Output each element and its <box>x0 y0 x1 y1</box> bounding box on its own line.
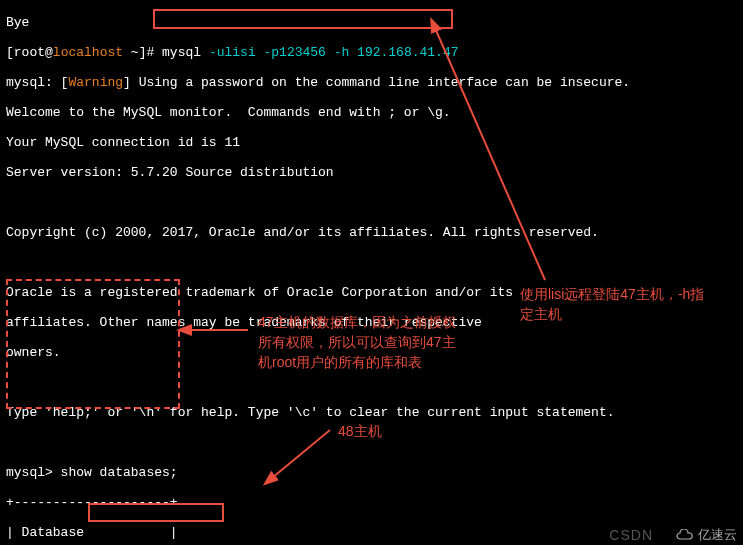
line-copyright: Copyright (c) 2000, 2017, Oracle and/or … <box>6 225 737 240</box>
line-warning: mysql: [Warning] Using a password on the… <box>6 75 737 90</box>
blank <box>6 375 737 390</box>
watermark-text: 亿速云 <box>698 527 737 542</box>
text: mysql: [ <box>6 75 68 90</box>
text: ] Using a password on the command line i… <box>123 75 630 90</box>
warning-label: Warning <box>68 75 123 90</box>
watermark-csdn: CSDN <box>609 528 653 543</box>
bracket: [ <box>6 45 14 60</box>
blank <box>6 195 737 210</box>
prompt-line-1: [root@localhost ~]# mysql -ulisi -p12345… <box>6 45 737 60</box>
cmd-mysql: mysql <box>162 45 209 60</box>
cmd-args: -ulisi -p123456 -h <box>209 45 357 60</box>
note-line: 所有权限，所以可以查询到47主 <box>258 332 488 352</box>
note-line: 48主机 <box>338 421 382 441</box>
line-sep: +--------------------+ <box>6 495 737 510</box>
host: localhost <box>53 45 123 60</box>
watermark-brand: 亿速云 <box>675 527 737 543</box>
cloud-icon <box>675 529 695 543</box>
note-line: 使用lisi远程登陆47主机，-h指 <box>520 284 730 304</box>
annotation-db-note: 47主机的数据库，因为之前授权 所有权限，所以可以查询到47主 机root用户的… <box>258 312 488 372</box>
annotation-login-note: 使用lisi远程登陆47主机，-h指 定主机 <box>520 284 730 324</box>
line-conn-id: Your MySQL connection id is 11 <box>6 135 737 150</box>
blank <box>6 255 737 270</box>
note-line: 定主机 <box>520 304 730 324</box>
line-help: Type 'help;' or '\h' for help. Type '\c'… <box>6 405 737 420</box>
user: root@ <box>14 45 53 60</box>
line-version: Server version: 5.7.20 Source distributi… <box>6 165 737 180</box>
note-line: 机root用户的所有的库和表 <box>258 352 488 372</box>
annotation-48-note: 48主机 <box>338 421 382 441</box>
line-bye: Bye <box>6 15 737 30</box>
line-welcome: Welcome to the MySQL monitor. Commands e… <box>6 105 737 120</box>
terminal-output: Bye [root@localhost ~]# mysql -ulisi -p1… <box>0 0 743 545</box>
cmd-host-ip: 192.168.41.47 <box>357 45 458 60</box>
line-show-db: mysql> show databases; <box>6 465 737 480</box>
note-line: 47主机的数据库，因为之前授权 <box>258 312 488 332</box>
path: ~]# <box>123 45 162 60</box>
